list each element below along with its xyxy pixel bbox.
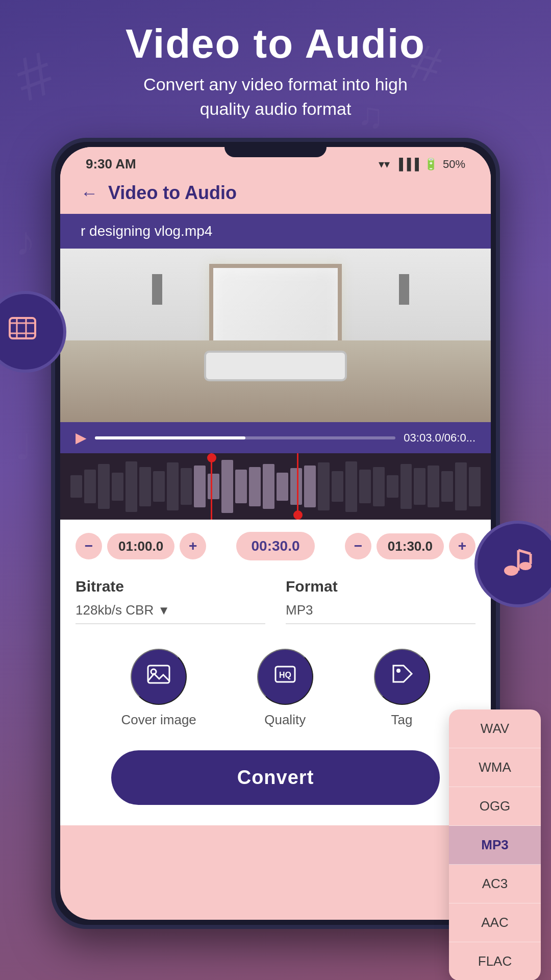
bitrate-value: 128kb/s CBR: [76, 602, 154, 618]
phone-frame: 9:30 AM ▾▾ ▐▐▐ 🔋 50% ← Video to Audio r …: [51, 138, 500, 929]
bitrate-group: Bitrate 128kb/s CBR ▼: [76, 578, 265, 624]
end-time-decrease[interactable]: −: [345, 533, 371, 559]
end-time-increase[interactable]: +: [449, 533, 475, 559]
svg-rect-16: [10, 318, 35, 338]
waveform-bar: [400, 464, 412, 509]
waveform-bar: [387, 475, 398, 498]
quality-button[interactable]: HQ: [257, 649, 313, 705]
svg-text:♪: ♪: [15, 218, 36, 264]
trim-marker-right[interactable]: [297, 453, 298, 520]
format-selector[interactable]: MP3: [286, 602, 475, 624]
format-option-wav[interactable]: WAV: [449, 709, 541, 748]
wifi-icon: ▾▾: [379, 158, 390, 171]
play-button[interactable]: ▶: [76, 429, 87, 446]
waveform-bar: [345, 461, 357, 512]
waveform-bar: [469, 467, 481, 506]
waveform-bar: [181, 468, 192, 505]
start-time-decrease[interactable]: −: [76, 533, 102, 559]
waveform-bar: [84, 470, 96, 503]
action-buttons-row: Cover image HQ Quality: [60, 636, 491, 740]
tag-label: Tag: [391, 712, 413, 728]
candle-right: [399, 274, 409, 305]
back-button[interactable]: ←: [81, 183, 98, 203]
top-bar: ← Video to Audio: [60, 177, 491, 214]
waveform-bars: [60, 453, 491, 520]
waveform-area[interactable]: [60, 453, 491, 520]
svg-line-23: [518, 550, 531, 554]
waveform-bar: [428, 465, 439, 508]
format-value: MP3: [286, 602, 313, 618]
waveform-bar: [263, 464, 274, 509]
end-time-control: − 01:30.0 +: [345, 533, 475, 559]
waveform-bar: [221, 460, 233, 513]
progress-fill: [95, 436, 245, 439]
play-bar: ▶ 03:03.0/06:0...: [60, 422, 491, 453]
sink: [204, 351, 347, 381]
quality-label: Quality: [264, 712, 306, 728]
video-float-icon: [8, 313, 43, 351]
cover-image-action: Cover image: [121, 649, 196, 728]
start-time-control: − 01:00.0 +: [76, 533, 206, 559]
signal-icon: ▐▐▐: [395, 158, 419, 171]
svg-point-21: [504, 566, 518, 576]
format-option-flac[interactable]: FLAC: [449, 942, 541, 980]
format-group: Format MP3: [286, 578, 475, 624]
duration-badge: 00:30.0: [236, 532, 315, 560]
sink-area: [60, 340, 491, 422]
waveform-bar: [332, 471, 343, 502]
filename-bar: r designing vlog.mp4: [60, 214, 491, 249]
waveform-bar: [70, 475, 82, 498]
waveform-bar: [126, 461, 137, 512]
svg-rect-11: [148, 666, 169, 683]
app-title: Video to Audio: [0, 20, 551, 67]
music-float-icon: [500, 543, 536, 585]
format-option-wma[interactable]: WMA: [449, 748, 541, 787]
time-display: 03:03.0/06:0...: [404, 431, 475, 445]
waveform-bar: [359, 470, 371, 503]
waveform-bar: [112, 473, 123, 501]
bitrate-selector[interactable]: 128kb/s CBR ▼: [76, 602, 265, 624]
waveform-bar: [194, 465, 206, 508]
waveform-bar: [249, 467, 261, 506]
filename-text: r designing vlog.mp4: [81, 223, 212, 239]
format-popup: WAVWMAOGGMP3AC3AACFLAC: [449, 709, 541, 980]
quality-action: HQ Quality: [257, 649, 313, 728]
waveform-bar: [414, 468, 425, 505]
battery-text: 50%: [443, 158, 465, 171]
waveform-bar: [167, 462, 179, 510]
controls-row: − 01:00.0 + 00:30.0 − 01:30.0 +: [60, 520, 491, 573]
waveform-bar: [373, 467, 385, 506]
waveform-bar: [98, 464, 110, 509]
convert-button[interactable]: Convert: [111, 750, 440, 805]
waveform-bar: [235, 470, 247, 503]
cover-image-button[interactable]: [131, 649, 187, 705]
progress-track[interactable]: [95, 436, 395, 439]
svg-text:HQ: HQ: [279, 671, 291, 679]
waveform-bar: [153, 471, 165, 502]
waveform-bar: [441, 471, 453, 502]
waveform-bar: [318, 462, 330, 510]
format-option-mp3[interactable]: MP3: [449, 826, 541, 865]
format-option-ac3[interactable]: AC3: [449, 865, 541, 903]
end-time-value: 01:30.0: [377, 533, 444, 559]
format-option-ogg[interactable]: OGG: [449, 787, 541, 826]
waveform-bar: [208, 474, 219, 499]
status-time: 9:30 AM: [86, 156, 136, 172]
trim-marker-left[interactable]: [211, 453, 212, 520]
phone-screen: 9:30 AM ▾▾ ▐▐▐ 🔋 50% ← Video to Audio r …: [60, 147, 491, 920]
start-time-increase[interactable]: +: [180, 533, 206, 559]
format-option-aac[interactable]: AAC: [449, 903, 541, 942]
phone-notch: [224, 142, 327, 157]
tag-button[interactable]: [374, 649, 430, 705]
format-label: Format: [286, 578, 475, 595]
start-time-value: 01:00.0: [107, 533, 174, 559]
svg-point-25: [519, 562, 532, 570]
svg-text:♩: ♩: [15, 427, 32, 467]
app-header: Video to Audio Convert any video format …: [0, 20, 551, 121]
cover-image-label: Cover image: [121, 712, 196, 728]
app-subtitle: Convert any video format into highqualit…: [0, 72, 551, 121]
status-icons: ▾▾ ▐▐▐ 🔋 50%: [379, 158, 465, 171]
waveform-bar: [277, 473, 288, 501]
bitrate-label: Bitrate: [76, 578, 265, 595]
video-preview: [60, 249, 491, 422]
